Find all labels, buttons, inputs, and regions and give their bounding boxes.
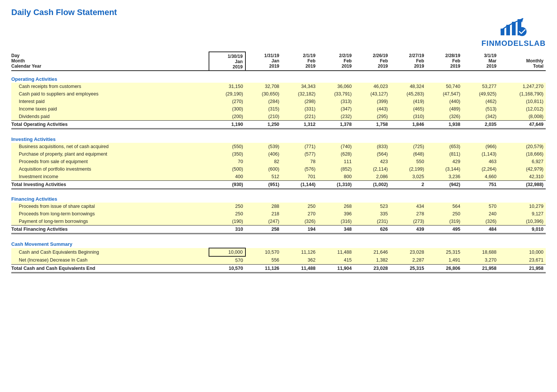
row-value: (190): [209, 218, 245, 226]
row-value: 423: [354, 158, 390, 165]
row-value: 250: [209, 203, 245, 210]
row-label: Dividends paid: [11, 113, 209, 121]
table-row: Payment of long-term borrowings(190)(247…: [11, 218, 546, 226]
total-row-2: Total Financing Activities31025819434862…: [11, 226, 546, 234]
row-value: 396: [318, 210, 354, 218]
row-value: (298): [282, 98, 318, 105]
row-value: (47,547): [426, 90, 462, 98]
row-monthly: (1,168,790): [499, 90, 546, 98]
row-value: 1,491: [426, 256, 462, 265]
row-value: (316): [318, 218, 354, 226]
row-label: Proceeds from sale of equipment: [11, 158, 209, 165]
row-value: 70: [209, 158, 245, 165]
row-monthly: (8,008): [499, 113, 546, 121]
row-value: (725): [390, 143, 426, 150]
row-value: 21,646: [354, 248, 390, 256]
row-value: 278: [390, 210, 426, 218]
row-monthly: 10,000: [499, 248, 546, 256]
row-value: 4,660: [463, 173, 499, 181]
row-value: (313): [318, 98, 354, 105]
row-value: 570: [463, 203, 499, 210]
row-value: 250: [426, 210, 462, 218]
header-col-6: 2/28/19Feb2019: [426, 52, 462, 71]
row-value: 82: [245, 158, 282, 165]
row-value: 11,488: [318, 248, 354, 256]
total-value: 310: [209, 226, 245, 234]
total-row-0: Total Operating Activities1,1901,2501,31…: [11, 121, 546, 129]
row-value: (833): [354, 143, 390, 150]
section-title-1: Investing Activities: [11, 131, 546, 143]
section-title-0: Operating Activities: [11, 71, 546, 83]
page-title: Daily Cash Flow Statement: [11, 8, 546, 17]
row-monthly: (10,811): [499, 98, 546, 105]
row-value: (550): [209, 143, 245, 150]
row-value: 512: [245, 173, 282, 181]
total-value: (951): [245, 180, 282, 189]
row-value: 800: [318, 173, 354, 181]
total-value: (942): [426, 180, 462, 189]
row-value: 434: [390, 203, 426, 210]
total-value: 1,250: [245, 121, 282, 129]
total-value: (930): [209, 180, 245, 189]
row-value: 34,343: [282, 83, 318, 90]
row-value: 240: [463, 210, 499, 218]
row-monthly: 42,310: [499, 173, 546, 181]
row-value: (539): [245, 143, 282, 150]
row-value: 564: [426, 203, 462, 210]
total-value: 484: [463, 226, 499, 234]
logo-text: FINMODELSLAB: [481, 39, 546, 48]
row-value: (43,127): [354, 90, 390, 98]
row-value: 250: [209, 210, 245, 218]
table-row: Proceeds from issue of share capital2502…: [11, 203, 546, 210]
row-monthly: 23,671: [499, 256, 546, 265]
row-value: 10,000: [209, 248, 245, 256]
row-value: 23,028: [390, 248, 426, 256]
row-value: (3,144): [426, 165, 462, 173]
total-monthly: (32,988): [499, 180, 546, 189]
row-value: 10,570: [245, 248, 282, 256]
section-title-2: Financing Activities: [11, 191, 546, 203]
row-monthly: 9,127: [499, 210, 546, 218]
row-value: (771): [282, 143, 318, 150]
section-header-3: Cash Movement Summary: [11, 236, 546, 248]
row-label: Investment income: [11, 173, 209, 181]
row-value: (648): [390, 150, 426, 158]
row-value: (500): [209, 165, 245, 173]
row-value: (489): [426, 105, 462, 113]
row-value: (2,199): [390, 165, 426, 173]
total-value: 2: [390, 180, 426, 189]
row-value: 550: [390, 158, 426, 165]
total-value: 258: [245, 226, 282, 234]
row-value: (852): [318, 165, 354, 173]
table-row: Net (Increase) Decrease In Cash570556362…: [11, 256, 546, 265]
total-value: 25,315: [390, 264, 426, 272]
row-value: (232): [318, 113, 354, 121]
total-value: 1,190: [209, 121, 245, 129]
row-value: (331): [282, 105, 318, 113]
row-label: Acquisition of portfolio investments: [11, 165, 209, 173]
header-col-1: 1/31/19Jan2019: [245, 52, 282, 71]
section-header-1: Investing Activities: [11, 131, 546, 143]
row-value: (465): [390, 105, 426, 113]
total-value: 1,378: [318, 121, 354, 129]
row-label: Purchase of property, plant and equipmen…: [11, 150, 209, 158]
row-value: 415: [318, 256, 354, 265]
table-row: Cash paid to suppliers and employees(29,…: [11, 90, 546, 98]
row-value: (295): [354, 113, 390, 121]
table-row: Investment income4005127018002,0863,0253…: [11, 173, 546, 181]
row-value: (966): [463, 143, 499, 150]
logo-icon: [481, 17, 546, 39]
table-row: Dividends paid(200)(210)(221)(232)(295)(…: [11, 113, 546, 121]
table-row: Interest paid(270)(284)(298)(313)(399)(4…: [11, 98, 546, 105]
table-row: Acquisition of portfolio investments(500…: [11, 165, 546, 173]
table-row: Proceeds from long-term borrowings250218…: [11, 210, 546, 218]
total-value: 2,035: [463, 121, 499, 129]
table-row: Purchase of property, plant and equipmen…: [11, 150, 546, 158]
row-monthly: (10,396): [499, 218, 546, 226]
total-value: 10,570: [209, 264, 245, 272]
row-value: (419): [390, 98, 426, 105]
row-value: (200): [209, 113, 245, 121]
row-value: (32,182): [282, 90, 318, 98]
total-value: 1,846: [390, 121, 426, 129]
total-row-3: Total Cash and Cash Equivalents End10,57…: [11, 264, 546, 272]
